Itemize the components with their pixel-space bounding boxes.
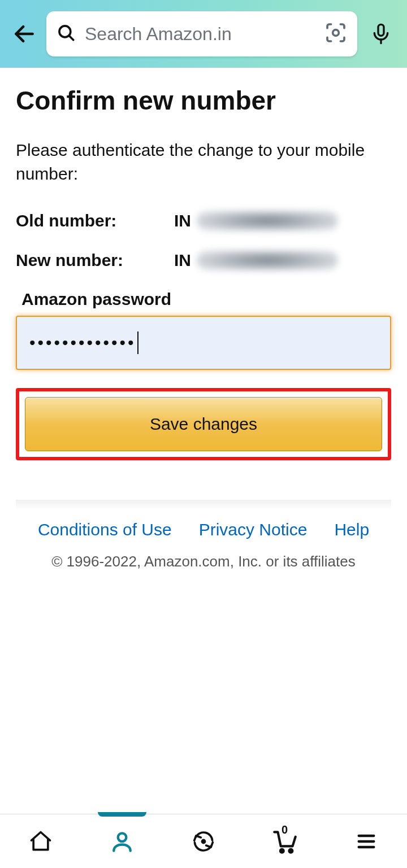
old-number-label: Old number: [16,211,174,230]
page-footer: Conditions of Use Privacy Notice Help © … [16,500,391,570]
main-content: Confirm new number Please authenticate t… [0,68,407,570]
search-input[interactable] [85,24,319,45]
save-button-highlight: Save changes [16,388,391,460]
password-masked-value: ••••••••••••• [29,333,136,352]
svg-point-3 [333,30,339,36]
instruction-text: Please authenticate the change to your m… [16,138,391,186]
save-changes-button[interactable]: Save changes [25,397,382,451]
svg-point-7 [202,840,205,843]
active-indicator [98,812,146,817]
svg-line-2 [69,36,73,40]
old-number-row: Old number: IN [16,211,391,231]
new-number-row: New number: IN [16,250,391,271]
microphone-icon [370,23,392,45]
sync-icon [191,829,216,854]
nav-home[interactable] [18,814,63,869]
nav-refresh[interactable] [181,814,226,869]
search-icon [57,23,76,45]
app-header [0,0,407,68]
new-number-label: New number: [16,251,174,270]
voice-search-button[interactable] [365,23,397,45]
text-cursor [137,332,138,354]
nav-menu[interactable] [344,814,389,869]
old-number-country: IN [174,211,191,230]
cart-count: 0 [282,823,288,836]
svg-point-6 [118,833,127,841]
hamburger-icon [355,830,378,853]
nav-cart[interactable]: 0 [262,814,308,869]
svg-point-9 [289,849,293,852]
svg-rect-4 [378,24,384,36]
old-number-redacted [197,211,338,231]
copyright-text: © 1996-2022, Amazon.com, Inc. or its aff… [16,553,391,570]
camera-scan-icon[interactable] [324,21,347,46]
privacy-notice-link[interactable]: Privacy Notice [199,520,308,539]
arrow-left-icon [12,21,37,46]
nav-account[interactable] [99,814,145,869]
page-title: Confirm new number [16,86,391,116]
home-icon [28,829,53,854]
password-input[interactable]: ••••••••••••• [16,316,391,370]
bottom-nav: 0 [0,814,407,868]
back-button[interactable] [10,21,38,46]
new-number-country: IN [174,251,191,270]
svg-point-8 [280,849,284,852]
user-icon [110,829,135,854]
conditions-of-use-link[interactable]: Conditions of Use [38,520,172,539]
search-bar[interactable] [46,11,357,56]
help-link[interactable]: Help [334,520,369,539]
new-number-redacted [197,250,338,271]
password-label: Amazon password [21,290,391,309]
